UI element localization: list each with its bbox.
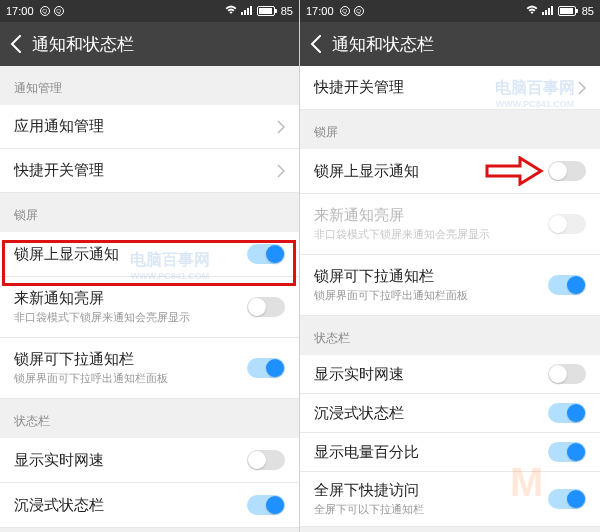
toggle-realtime-speed[interactable] xyxy=(247,450,285,470)
row-lock-pull-bar[interactable]: 锁屏可下拉通知栏 锁屏界面可下拉呼出通知栏面板 xyxy=(300,255,600,316)
row-realtime-speed[interactable]: 显示实时网速 xyxy=(0,438,299,483)
status-right-icons: 85 xyxy=(526,5,594,17)
row-quick-switch[interactable]: 快捷开关管理 xyxy=(0,149,299,193)
status-bar: 17:00 Q Q 85 xyxy=(0,0,299,22)
toggle-lock-pull-bar[interactable] xyxy=(247,358,285,378)
toggle-immersive[interactable] xyxy=(548,403,586,423)
row-fullscreen-quick[interactable]: 全屏下快捷访问 全屏下可以下拉通知栏 xyxy=(300,472,600,527)
row-subtitle: 锁屏界面可下拉呼出通知栏面板 xyxy=(314,288,468,303)
toggle-realtime-speed[interactable] xyxy=(548,364,586,384)
phone-right: 17:00 Q Q 85 通知和状态栏 快捷开关管理 锁屏 锁屏上显示通知 xyxy=(300,0,600,532)
page-title: 通知和状态栏 xyxy=(332,33,434,56)
row-incoming-light[interactable]: 来新通知亮屏 非口袋模式下锁屏来通知会亮屏显示 xyxy=(0,277,299,338)
status-indicator-icons: Q Q xyxy=(40,6,64,16)
toggle-lock-show-notif[interactable] xyxy=(548,161,586,181)
row-label: 锁屏上显示通知 xyxy=(314,162,419,181)
phone-left: 17:00 Q Q 85 通知和状态栏 通知管理 应用通知管理 快捷开关管理 锁 xyxy=(0,0,300,532)
section-statusbar: 状态栏 xyxy=(0,399,299,438)
row-label: 显示电量百分比 xyxy=(314,443,419,462)
chevron-right-icon xyxy=(277,120,285,134)
svg-rect-3 xyxy=(250,6,252,15)
back-icon[interactable] xyxy=(10,35,22,53)
signal-icon xyxy=(241,5,253,17)
status-time: 17:00 xyxy=(6,5,34,17)
status-bar: 17:00 Q Q 85 xyxy=(300,0,600,22)
page-header: 通知和状态栏 xyxy=(300,22,600,66)
row-subtitle: 非口袋模式下锁屏来通知会亮屏显示 xyxy=(314,227,490,242)
section-lockscreen: 锁屏 xyxy=(0,193,299,232)
row-label: 全屏下快捷访问 xyxy=(314,481,424,500)
back-icon[interactable] xyxy=(310,35,322,53)
row-lock-show-notif[interactable]: 锁屏上显示通知 xyxy=(300,149,600,194)
status-indicator-icons: Q Q xyxy=(340,6,364,16)
row-label: 锁屏可下拉通知栏 xyxy=(14,350,168,369)
signal-icon xyxy=(542,5,554,17)
section-notification-mgmt: 通知管理 xyxy=(0,66,299,105)
row-label: 来新通知亮屏 xyxy=(314,206,490,225)
toggle-lock-show-notif[interactable] xyxy=(247,244,285,264)
toggle-incoming-light xyxy=(548,214,586,234)
row-label: 快捷开关管理 xyxy=(14,161,104,180)
row-realtime-speed[interactable]: 显示实时网速 xyxy=(300,355,600,394)
toggle-fullscreen-quick[interactable] xyxy=(548,489,586,509)
q-icon: Q xyxy=(40,6,50,16)
svg-rect-5 xyxy=(545,10,547,15)
toggle-lock-pull-bar[interactable] xyxy=(548,275,586,295)
wifi-icon xyxy=(526,5,538,17)
svg-rect-0 xyxy=(241,12,243,15)
row-label: 快捷开关管理 xyxy=(314,78,404,97)
chevron-right-icon xyxy=(578,81,586,95)
q-icon: Q xyxy=(354,6,364,16)
row-label: 沉浸式状态栏 xyxy=(14,496,104,515)
row-label: 来新通知亮屏 xyxy=(14,289,190,308)
row-subtitle: 非口袋模式下锁屏来通知会亮屏显示 xyxy=(14,310,190,325)
row-lock-pull-bar[interactable]: 锁屏可下拉通知栏 锁屏界面可下拉呼出通知栏面板 xyxy=(0,338,299,399)
battery-percent: 85 xyxy=(582,5,594,17)
row-label: 沉浸式状态栏 xyxy=(314,404,404,423)
battery-icon xyxy=(558,6,576,16)
row-battery-pct[interactable]: 显示电量百分比 xyxy=(300,433,600,472)
status-right-icons: 85 xyxy=(225,5,293,17)
svg-rect-6 xyxy=(548,8,550,15)
svg-rect-2 xyxy=(247,8,249,15)
row-label: 锁屏上显示通知 xyxy=(14,245,119,264)
row-label: 显示实时网速 xyxy=(14,451,104,470)
battery-percent: 85 xyxy=(281,5,293,17)
svg-rect-4 xyxy=(542,12,544,15)
page-header: 通知和状态栏 xyxy=(0,22,299,66)
row-subtitle: 锁屏界面可下拉呼出通知栏面板 xyxy=(14,371,168,386)
row-lock-show-notif[interactable]: 锁屏上显示通知 xyxy=(0,232,299,277)
battery-icon xyxy=(257,6,275,16)
svg-rect-7 xyxy=(551,6,553,15)
toggle-immersive[interactable] xyxy=(247,495,285,515)
row-app-notification[interactable]: 应用通知管理 xyxy=(0,105,299,149)
row-incoming-light: 来新通知亮屏 非口袋模式下锁屏来通知会亮屏显示 xyxy=(300,194,600,255)
status-time: 17:00 xyxy=(306,5,334,17)
toggle-incoming-light[interactable] xyxy=(247,297,285,317)
row-subtitle: 全屏下可以下拉通知栏 xyxy=(314,502,424,517)
row-quick-switch[interactable]: 快捷开关管理 xyxy=(300,66,600,110)
toggle-battery-pct[interactable] xyxy=(548,442,586,462)
q-icon: Q xyxy=(340,6,350,16)
chevron-right-icon xyxy=(277,164,285,178)
section-lockscreen: 锁屏 xyxy=(300,110,600,149)
row-label: 显示实时网速 xyxy=(314,365,404,384)
row-immersive[interactable]: 沉浸式状态栏 xyxy=(0,483,299,528)
svg-rect-1 xyxy=(244,10,246,15)
q-icon: Q xyxy=(54,6,64,16)
page-title: 通知和状态栏 xyxy=(32,33,134,56)
row-label: 锁屏可下拉通知栏 xyxy=(314,267,468,286)
row-immersive[interactable]: 沉浸式状态栏 xyxy=(300,394,600,433)
section-statusbar: 状态栏 xyxy=(300,316,600,355)
wifi-icon xyxy=(225,5,237,17)
row-label: 应用通知管理 xyxy=(14,117,104,136)
